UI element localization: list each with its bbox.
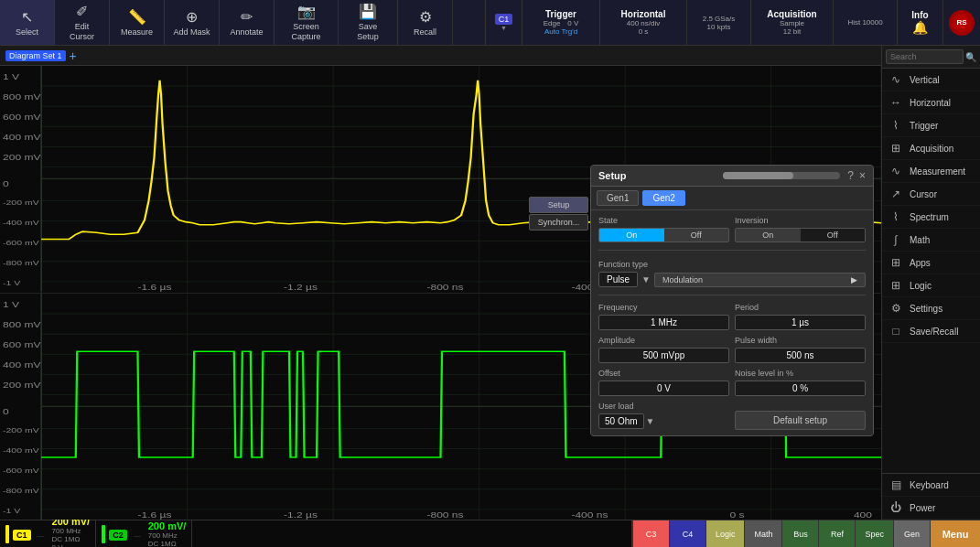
gen-tabs: Gen1 Gen2	[591, 187, 873, 210]
function-type-arrow[interactable]: ▼	[641, 274, 651, 284]
sidebar-item-math[interactable]: ∫ Math	[882, 229, 980, 252]
diagram-set-tab[interactable]: Diagram Set 1	[5, 50, 66, 61]
state-off-option[interactable]: Off	[664, 229, 729, 241]
synchron-tab[interactable]: Synchron...	[529, 214, 588, 231]
modulation-button[interactable]: Modulation ▶	[654, 273, 866, 287]
logo-area: RS	[942, 0, 980, 45]
function-type-row: Function type Pulse ▼ Modulation ▶	[598, 258, 866, 287]
select-icon: ↖	[21, 8, 33, 26]
svg-text:-400 mV: -400 mV	[3, 446, 40, 454]
setup-tab[interactable]: Setup	[529, 197, 588, 213]
amp-pulse-row: Amplitude 500 mVpp Pulse width 500 ns	[598, 336, 866, 363]
screen-capture-button[interactable]: 📷 ScreenCapture	[275, 0, 339, 45]
gen-button[interactable]: Gen	[893, 520, 930, 547]
select-button[interactable]: ↖ Select	[0, 0, 55, 45]
sidebar-item-power[interactable]: ⏻ Power	[882, 497, 980, 520]
freq-period-row: Frequency 1 MHz Period 1 µs	[598, 303, 866, 330]
dialog-body: State On Off Inversion On Off Fun	[591, 210, 873, 435]
dialog-close-button[interactable]: ×	[859, 169, 866, 182]
sidebar-item-keyboard[interactable]: ▤ Keyboard	[882, 473, 980, 497]
acquisition-icon: ⊞	[888, 142, 904, 155]
offset-value[interactable]: 0 V	[598, 381, 729, 396]
svg-text:600 mV: 600 mV	[3, 113, 41, 122]
save-setup-button[interactable]: 💾 SaveSetup	[339, 0, 398, 45]
gen2-tab[interactable]: Gen2	[642, 190, 684, 206]
acquisition-info[interactable]: Acquisition Sample 12 bit	[750, 0, 833, 45]
user-load-value[interactable]: 50 Ohm	[598, 413, 644, 429]
sidebar-item-cursor[interactable]: ↗ Cursor	[882, 183, 980, 206]
sidebar-item-spectrum[interactable]: ⌇ Spectrum	[882, 206, 980, 229]
dialog-title: Setup	[598, 170, 716, 181]
inversion-on-option[interactable]: On	[736, 229, 801, 241]
user-load-dropdown-arrow[interactable]: ▼	[646, 416, 655, 426]
logic-button[interactable]: Logic	[705, 520, 745, 547]
sidebar-item-acquisition[interactable]: ⊞ Acquisition	[882, 137, 980, 160]
diagram-header: Diagram Set 1 +	[0, 46, 881, 66]
svg-text:0: 0	[3, 179, 9, 188]
top-right-info: C1 ▼ Trigger Edge 0 V Auto Trg'd Horizon…	[485, 0, 980, 45]
sidebar-item-apps[interactable]: ⊞ Apps	[882, 252, 980, 274]
dialog-help-button[interactable]: ?	[847, 169, 854, 182]
ch1-coupling: DC 1MΩ	[52, 535, 91, 543]
svg-text:400 mV: 400 mV	[3, 360, 41, 369]
annotate-button[interactable]: ✏ Annotate	[220, 0, 275, 45]
svg-text:400: 400	[854, 511, 872, 520]
noise-level-value[interactable]: 0 %	[735, 381, 866, 396]
ref-button[interactable]: Ref	[818, 520, 855, 547]
menu-button[interactable]: Menu	[930, 520, 980, 547]
sidebar-item-trigger[interactable]: ⌇ Trigger	[882, 114, 980, 137]
power-icon: ⏻	[888, 501, 904, 514]
add-diagram-button[interactable]: +	[70, 48, 77, 63]
ch2-color-bar	[102, 525, 105, 543]
search-input[interactable]	[886, 49, 964, 64]
inversion-off-option[interactable]: Off	[801, 229, 866, 241]
state-on-option[interactable]: On	[599, 229, 664, 241]
save-setup-icon: 💾	[359, 3, 377, 20]
recall-button[interactable]: ⚙ Recall	[398, 0, 453, 45]
svg-text:-800 mV: -800 mV	[3, 260, 40, 267]
svg-text:-400 mV: -400 mV	[3, 219, 40, 226]
sidebar-item-settings[interactable]: ⚙ Settings	[882, 297, 980, 320]
state-inversion-row: State On Off Inversion On Off	[598, 216, 866, 242]
pulse-width-value[interactable]: 500 ns	[735, 348, 866, 363]
svg-text:800 mV: 800 mV	[3, 320, 41, 328]
spec-button[interactable]: Spec	[855, 520, 893, 547]
period-value[interactable]: 1 µs	[735, 315, 866, 330]
frequency-value[interactable]: 1 MHz	[598, 315, 729, 330]
amplitude-group: Amplitude 500 mVpp	[598, 336, 729, 363]
setup-dialog: Setup Synchron... Setup ? × Gen1 Gen2 St…	[590, 165, 874, 436]
svg-text:800 mV: 800 mV	[3, 93, 41, 102]
default-setup-button[interactable]: Default setup	[735, 411, 866, 430]
add-mask-button[interactable]: ⊕ Add Mask	[165, 0, 220, 45]
brand-logo: RS	[949, 10, 975, 36]
function-type-value[interactable]: Pulse	[598, 272, 638, 287]
ch1-offset: 0 V	[52, 543, 91, 547]
sidebar-item-logic[interactable]: ⊞ Logic	[882, 274, 980, 297]
svg-text:-400 ns: -400 ns	[571, 511, 608, 520]
math-button[interactable]: Math	[744, 520, 781, 547]
c4-button[interactable]: C4	[669, 520, 705, 547]
state-toggle[interactable]: On Off	[598, 228, 729, 242]
gen1-tab[interactable]: Gen1	[597, 190, 639, 206]
apps-icon: ⊞	[888, 256, 904, 269]
dialog-progress-fill	[723, 172, 793, 179]
user-load-controls: 50 Ohm ▼	[598, 413, 729, 429]
function-type-label: Function type	[598, 260, 648, 269]
trigger-info[interactable]: Trigger Edge 0 V Auto Trg'd	[522, 0, 599, 45]
edit-cursor-button[interactable]: ✐ EditCursor	[55, 0, 110, 45]
svg-text:-600 mV: -600 mV	[3, 239, 40, 246]
sidebar-item-horizontal[interactable]: ↔ Horizontal	[882, 91, 980, 114]
bus-button[interactable]: Bus	[781, 520, 818, 547]
dialog-progress-bar	[723, 172, 840, 179]
sidebar-item-measurement[interactable]: ∿ Measurement	[882, 160, 980, 183]
c3-button[interactable]: C3	[632, 520, 669, 547]
inversion-toggle[interactable]: On Off	[735, 228, 866, 242]
c1-label: C1	[495, 14, 513, 25]
sidebar-item-vertical[interactable]: ∿ Vertical	[882, 69, 980, 91]
horizontal-info[interactable]: Horizontal 400 ns/div 0 s	[599, 0, 686, 45]
svg-text:1 V: 1 V	[3, 300, 19, 308]
amplitude-value[interactable]: 500 mVpp	[598, 348, 729, 363]
measure-button[interactable]: 📏 Measure	[110, 0, 165, 45]
ch2-info: C2 — 200 mV/ 700 MHz DC 1MΩ	[96, 520, 192, 547]
sidebar-item-save-recall[interactable]: □ Save/Recall	[882, 320, 980, 343]
